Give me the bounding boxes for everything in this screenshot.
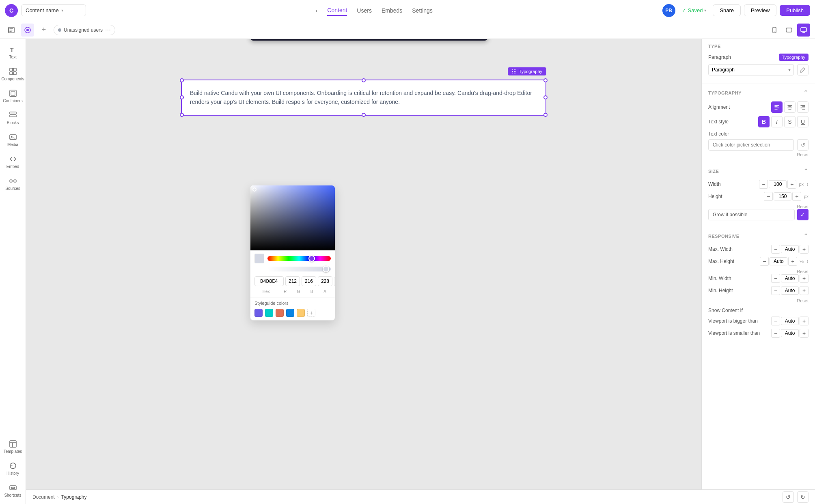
align-left-button[interactable] [771,101,783,113]
nav-item-embeds[interactable]: Embeds [382,6,402,15]
viewport-smaller-increase-button[interactable]: + [800,329,809,338]
height-decrease-button[interactable]: − [764,192,773,201]
underline-style-button[interactable]: U [797,116,809,127]
viewport-smaller-decrease-button[interactable]: − [771,329,780,338]
color-reset-button[interactable]: ↺ [797,139,809,151]
sidebar-item-history[interactable]: History [2,459,24,479]
color-gradient-picker[interactable] [250,185,335,250]
sidebar-item-sources[interactable]: Sources [2,174,24,194]
size-reset-link[interactable]: Reset [708,204,809,209]
max-width-decrease-button[interactable]: − [771,245,780,254]
mobile-view-button[interactable] [768,24,781,37]
typography-collapse-button[interactable]: ⌃ [803,89,809,97]
tab-unassigned-users[interactable]: Unassigned users ⋯ [54,25,115,35]
max-reset-link[interactable]: Reset [708,269,809,274]
min-width-decrease-button[interactable]: − [771,274,780,283]
responsive-collapse-button[interactable]: ⌃ [803,232,809,240]
sidebar-item-shortcuts[interactable]: Shortcuts [2,480,24,501]
swatch-teal[interactable] [265,309,273,317]
alpha-slider[interactable] [267,267,331,271]
b-input[interactable] [318,276,332,286]
max-height-input[interactable] [770,257,787,265]
width-input[interactable] [769,180,787,188]
min-height-increase-button[interactable]: + [800,286,809,295]
share-button[interactable]: Share [713,4,741,16]
redo-button[interactable]: ↻ [797,491,809,503]
height-increase-button[interactable]: + [792,192,801,201]
viewport-bigger-increase-button[interactable]: + [800,317,809,325]
min-height-input[interactable] [781,286,799,295]
undo-button[interactable]: ↺ [783,491,794,503]
nav-item-settings[interactable]: Settings [412,6,433,15]
sidebar-item-media[interactable]: Media [2,130,24,150]
grow-input[interactable] [708,209,795,220]
viewport-smaller-input[interactable] [781,329,799,337]
tablet-view-button[interactable] [783,24,796,37]
sidebar-item-components[interactable]: Components [2,64,24,84]
publish-button[interactable]: Publish [780,5,810,16]
paragraph-edit-button[interactable] [797,64,809,75]
subbar-text-icon[interactable] [5,24,18,37]
max-width-increase-button[interactable]: + [800,245,809,254]
min-width-input[interactable] [781,274,799,282]
paragraph-select[interactable]: Paragraph [708,64,794,75]
swatch-yellow[interactable] [297,309,305,317]
canvas-area[interactable]: B I U {} Parag [26,39,701,504]
viewport-bigger-input[interactable] [781,317,799,325]
size-collapse-button[interactable]: ⌃ [803,167,809,175]
desktop-view-button[interactable] [797,24,810,37]
subbar-component-icon[interactable] [21,24,34,37]
swatch-red[interactable] [276,309,284,317]
saved-status[interactable]: ✓ Saved ▾ [679,6,710,15]
swatch-purple[interactable] [254,309,263,317]
resize-handle-bot-center[interactable] [362,113,366,117]
bold-style-button[interactable]: B [758,116,770,127]
sidebar-item-templates[interactable]: Templates [2,437,24,457]
italic-style-button[interactable]: I [771,116,783,127]
nav-item-users[interactable]: Users [357,6,372,15]
width-unit-toggle[interactable]: ↕ [806,181,809,187]
max-height-increase-button[interactable]: + [788,257,797,266]
resize-handle-bot-left[interactable] [180,113,184,117]
resize-handle-mid-left[interactable] [180,95,184,99]
breadcrumb-document[interactable]: Document [32,494,55,500]
swatch-blue[interactable] [286,309,294,317]
nav-back-icon[interactable]: ‹ [316,6,318,15]
height-input[interactable] [774,192,791,200]
add-swatch-button[interactable]: + [307,309,315,317]
typography-reset-link[interactable]: Reset [708,152,809,157]
hue-slider-thumb[interactable] [308,255,315,262]
min-reset-link[interactable]: Reset [708,298,809,303]
resize-handle-top-center[interactable] [362,78,366,82]
resize-handle-bot-right[interactable] [543,113,548,117]
resize-handle-top-left[interactable] [180,78,184,82]
max-height-decrease-button[interactable]: − [760,257,769,266]
tab-more-icon[interactable]: ⋯ [105,27,111,33]
max-unit-toggle[interactable]: ↕ [806,258,809,264]
sidebar-item-containers[interactable]: Containers [2,86,24,106]
color-hue-slider[interactable] [267,256,331,261]
text-block[interactable]: Typography Build native Candu with your … [181,80,546,116]
hex-input[interactable] [254,276,284,286]
a-input[interactable] [334,276,335,286]
color-gradient-thumb[interactable] [252,187,257,192]
width-decrease-button[interactable]: − [759,180,768,189]
sidebar-item-blocks[interactable]: Blocks [2,108,24,128]
min-height-decrease-button[interactable]: − [771,286,780,295]
text-color-input[interactable] [708,139,794,151]
user-avatar[interactable]: PB [662,4,675,17]
resize-handle-mid-right[interactable] [543,95,548,99]
align-center-button[interactable] [784,101,796,113]
grow-toggle-button[interactable]: ✓ [797,209,809,220]
g-input[interactable] [302,276,316,286]
min-width-increase-button[interactable]: + [800,274,809,283]
r-input[interactable] [285,276,300,286]
viewport-bigger-decrease-button[interactable]: − [771,317,780,325]
sidebar-item-embed[interactable]: Embed [2,152,24,172]
sidebar-item-text[interactable]: T Text [2,42,24,62]
strikethrough-style-button[interactable]: S [784,116,796,127]
align-right-button[interactable] [797,101,809,113]
subbar-add-icon[interactable]: + [37,24,50,37]
content-name-dropdown[interactable]: Content name ▾ [21,4,86,16]
app-logo[interactable]: C [5,4,18,17]
